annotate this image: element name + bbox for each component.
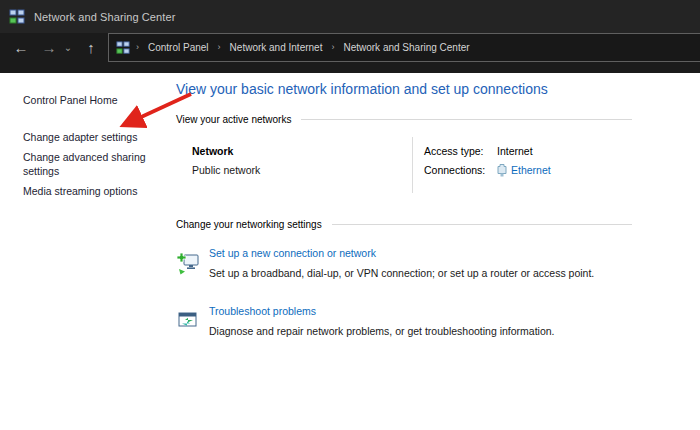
connections-row: Connections: Ethernet (424, 162, 551, 178)
sidebar-item-change-advanced-sharing-settings[interactable]: Change advanced sharing settings (23, 150, 147, 178)
breadcrumb-separator: › (135, 42, 140, 52)
forward-icon[interactable]: → (36, 33, 62, 62)
network-details: Access type: Internet Connections: Ether… (413, 137, 551, 193)
task-troubleshoot: Troubleshoot problems Diagnose and repai… (176, 304, 632, 338)
sidebar-item-control-panel-home[interactable]: Control Panel Home (23, 93, 147, 107)
window-titlebar: Network and Sharing Center (0, 0, 700, 33)
ethernet-link[interactable]: Ethernet (511, 162, 551, 178)
main-panel: View your basic network information and … (176, 73, 632, 338)
active-networks-section-header: View your active networks (176, 114, 632, 125)
active-network-box: Network Public network Access type: Inte… (176, 137, 632, 193)
connections-label: Connections: (424, 162, 497, 178)
sidebar-item-media-streaming-options[interactable]: Media streaming options (23, 184, 147, 198)
sidebar: Control Panel Home Change adapter settin… (0, 73, 172, 204)
window-title: Network and Sharing Center (34, 11, 175, 23)
troubleshoot-link[interactable]: Troubleshoot problems (209, 304, 555, 318)
breadcrumb-network-and-internet[interactable]: Network and Internet (227, 42, 326, 53)
access-type-label: Access type: (424, 143, 497, 159)
access-type-value: Internet (497, 143, 533, 159)
content-area: Control Panel Home Change adapter settin… (0, 73, 700, 430)
network-icon (9, 9, 25, 25)
section-divider (301, 119, 632, 120)
troubleshoot-icon (176, 304, 200, 338)
network-name: Network (192, 143, 412, 159)
networking-settings-label: Change your networking settings (176, 219, 322, 230)
navigation-bar: ← → ⌄ ↑ › Control Panel › Network and In… (0, 33, 700, 73)
setup-connection-description: Set up a broadband, dial-up, or VPN conn… (209, 266, 594, 280)
network-profile: Public network (192, 162, 412, 178)
task-text: Troubleshoot problems Diagnose and repai… (209, 304, 555, 338)
recent-pages-chevron-icon[interactable]: ⌄ (60, 33, 76, 62)
breadcrumb-control-panel[interactable]: Control Panel (145, 42, 212, 53)
network-icon (116, 41, 130, 55)
sidebar-item-change-adapter-settings[interactable]: Change adapter settings (23, 130, 147, 144)
address-bar[interactable]: › Control Panel › Network and Internet ›… (108, 33, 700, 62)
troubleshoot-description: Diagnose and repair network problems, or… (209, 324, 555, 338)
up-icon[interactable]: ↑ (78, 33, 104, 62)
breadcrumb-network-sharing-center[interactable]: Network and Sharing Center (340, 42, 472, 53)
back-icon[interactable]: ← (8, 33, 34, 62)
networking-settings-section-header: Change your networking settings (176, 219, 632, 230)
ethernet-icon (497, 164, 507, 177)
breadcrumb-separator: › (217, 42, 222, 52)
task-text: Set up a new connection or network Set u… (209, 246, 594, 280)
breadcrumb-separator: › (330, 42, 335, 52)
new-connection-icon (176, 246, 200, 280)
section-divider (332, 224, 632, 225)
active-networks-label: View your active networks (176, 114, 291, 125)
network-identity: Network Public network (176, 137, 412, 193)
setup-connection-link[interactable]: Set up a new connection or network (209, 246, 594, 260)
access-type-row: Access type: Internet (424, 143, 551, 159)
page-title: View your basic network information and … (176, 81, 632, 97)
task-setup-connection: Set up a new connection or network Set u… (176, 246, 632, 280)
network-sharing-center-window: Network and Sharing Center ← → ⌄ ↑ › Con… (0, 0, 700, 430)
